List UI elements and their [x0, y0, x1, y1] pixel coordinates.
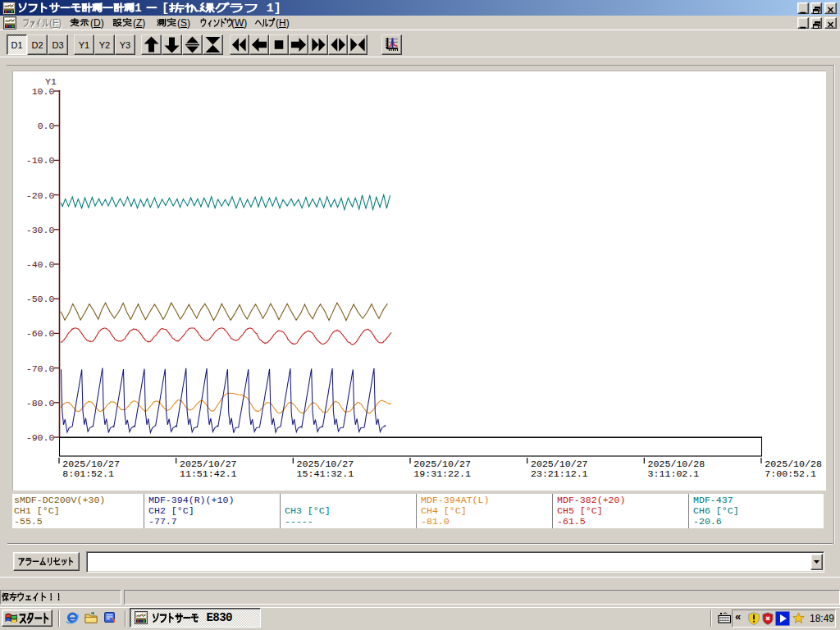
svg-text:0.0: 0.0 [38, 121, 55, 131]
svg-text:2025/10/28: 2025/10/28 [765, 459, 822, 469]
svg-text:2025/10/27: 2025/10/27 [180, 459, 237, 469]
svg-text:E830: E830 [207, 611, 233, 624]
svg-text:7:00:52.1: 7:00:52.1 [765, 468, 816, 479]
svg-text:2025/10/27: 2025/10/27 [413, 459, 471, 469]
svg-text:-10.0: -10.0 [26, 155, 55, 166]
svg-text:8:01:52.1: 8:01:52.1 [62, 468, 114, 479]
svg-text:11:51:42.1: 11:51:42.1 [180, 468, 237, 479]
svg-text:2025/10/28: 2025/10/28 [648, 459, 705, 469]
svg-text:-20.0: -20.0 [26, 190, 55, 201]
svg-text:-50.0: -50.0 [26, 294, 55, 304]
svg-text:-60.0: -60.0 [26, 328, 55, 339]
svg-text:3:11:02.1: 3:11:02.1 [648, 468, 700, 479]
svg-text:-70.0: -70.0 [26, 363, 55, 374]
svg-text:2025/10/27: 2025/10/27 [62, 459, 120, 469]
svg-text:-30.0: -30.0 [26, 225, 55, 235]
svg-text:19:31:22.1: 19:31:22.1 [413, 468, 471, 479]
svg-text:Y1: Y1 [45, 76, 57, 87]
svg-text:-90.0: -90.0 [26, 432, 55, 443]
svg-text:2025/10/27: 2025/10/27 [531, 459, 588, 469]
svg-text:15:41:32.1: 15:41:32.1 [297, 468, 354, 479]
svg-text:-40.0: -40.0 [26, 259, 55, 270]
svg-text:-80.0: -80.0 [26, 398, 55, 409]
svg-text:10.0: 10.0 [32, 86, 55, 97]
svg-text:23:21:12.1: 23:21:12.1 [531, 468, 588, 479]
svg-text:2025/10/27: 2025/10/27 [297, 459, 354, 469]
